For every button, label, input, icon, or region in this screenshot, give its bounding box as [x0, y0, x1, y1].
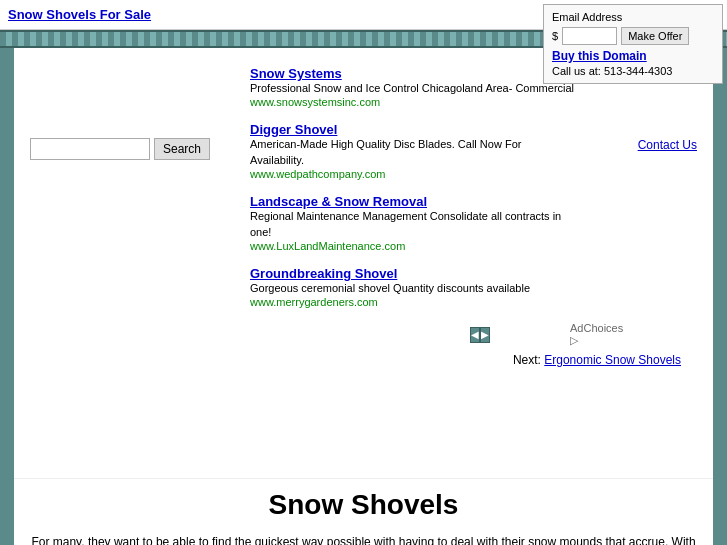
ad-title-2[interactable]: Landscape & Snow Removal — [250, 194, 427, 209]
ad-url-0: www.snowsystemsinc.com — [250, 96, 577, 108]
ad-url-2: www.LuxLandMaintenance.com — [250, 240, 577, 252]
ad-item-0: Snow Systems Professional Snow and Ice C… — [250, 66, 577, 108]
ad-url-1: www.wedpathcompany.com — [250, 168, 577, 180]
next-page-button[interactable]: ▶ — [480, 327, 490, 343]
next-label: Next: — [513, 353, 541, 367]
ad-desc-3: Gorgeous ceremonial shovel Quantity disc… — [250, 281, 577, 296]
ad-item-3: Groundbreaking Shovel Gorgeous ceremonia… — [250, 266, 577, 308]
dollar-sign: $ — [552, 30, 558, 42]
price-input[interactable] — [562, 27, 617, 45]
call-us-text: Call us at: 513-344-4303 — [552, 65, 672, 77]
ad-desc-2: Regional Maintenance Management Consolid… — [250, 209, 577, 240]
contact-us-link[interactable]: Contact Us — [638, 138, 697, 152]
ad-title-1[interactable]: Digger Shovel — [250, 122, 337, 137]
page-heading: Snow Shovels — [30, 489, 697, 521]
search-area: Search — [30, 138, 210, 160]
buy-domain-link[interactable]: Buy this Domain — [552, 49, 714, 63]
ad-desc-1: American-Made High Quality Disc Blades. … — [250, 137, 577, 168]
ad-desc-0: Professional Snow and Ice Control Chicag… — [250, 81, 577, 96]
ad-item-2: Landscape & Snow Removal Regional Mainte… — [250, 194, 577, 252]
make-offer-button[interactable]: Make Offer — [621, 27, 689, 45]
domain-purchase-box: Email Address $ Make Offer Buy this Doma… — [543, 4, 723, 84]
page-body: For many, they want to be able to find t… — [30, 533, 697, 545]
prev-page-button[interactable]: ◀ — [470, 327, 480, 343]
main-content: Search Contact Us Snow Systems Professio… — [14, 48, 713, 478]
ad-title-3[interactable]: Groundbreaking Shovel — [250, 266, 397, 281]
bottom-content: Snow Shovels For many, they want to be a… — [14, 478, 713, 545]
ads-column: Snow Systems Professional Snow and Ice C… — [250, 58, 577, 347]
search-button[interactable]: Search — [154, 138, 210, 160]
ad-item-1: Digger Shovel American-Made High Quality… — [250, 122, 577, 180]
email-label: Email Address — [552, 11, 714, 23]
search-input[interactable] — [30, 138, 150, 160]
pagination-row: ◀ ▶ AdChoices ▷ — [470, 322, 577, 347]
ad-url-3: www.merrygardeners.com — [250, 296, 577, 308]
next-link[interactable]: Ergonomic Snow Shovels — [544, 353, 681, 367]
ad-title-0[interactable]: Snow Systems — [250, 66, 342, 81]
next-row: Next: Ergonomic Snow Shovels — [30, 353, 681, 367]
adchoices-label: AdChoices ▷ — [570, 322, 623, 347]
